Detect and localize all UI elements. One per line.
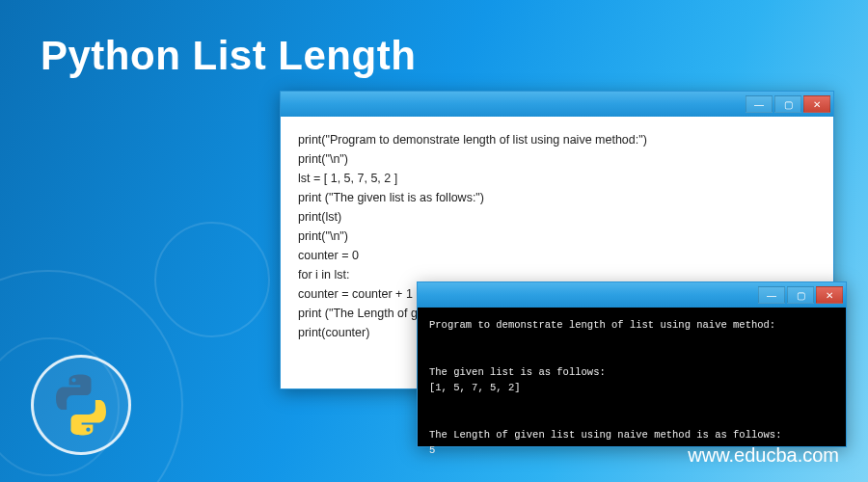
maximize-button[interactable]: ▢ — [774, 95, 801, 113]
python-logo — [31, 355, 131, 455]
maximize-button[interactable]: ▢ — [787, 286, 814, 304]
code-line: lst = [ 1, 5, 7, 5, 2 ] — [298, 169, 816, 188]
code-line: print("\n") — [298, 149, 816, 169]
code-line: print("Program to demonstrate length of … — [298, 130, 816, 149]
minimize-button[interactable]: — — [746, 95, 773, 113]
page-title: Python List Length — [41, 33, 416, 79]
code-line: print ("The given list is as follows:") — [298, 188, 816, 207]
close-button[interactable]: ✕ — [803, 95, 830, 113]
minimize-button[interactable]: — — [758, 286, 785, 304]
editor-titlebar: — ▢ ✕ — [281, 92, 833, 117]
site-url: www.educba.com — [688, 444, 839, 467]
gear-decoration — [154, 222, 270, 337]
code-line: print("\n") — [298, 227, 816, 246]
console-window: — ▢ ✕ Program to demonstrate length of l… — [417, 281, 847, 447]
python-logo-icon — [48, 372, 114, 438]
console-titlebar: — ▢ ✕ — [418, 282, 846, 308]
console-output: Program to demonstrate length of list us… — [418, 308, 846, 446]
code-line: print(lst) — [298, 207, 816, 227]
code-line: counter = 0 — [298, 246, 816, 265]
close-button[interactable]: ✕ — [816, 286, 843, 304]
